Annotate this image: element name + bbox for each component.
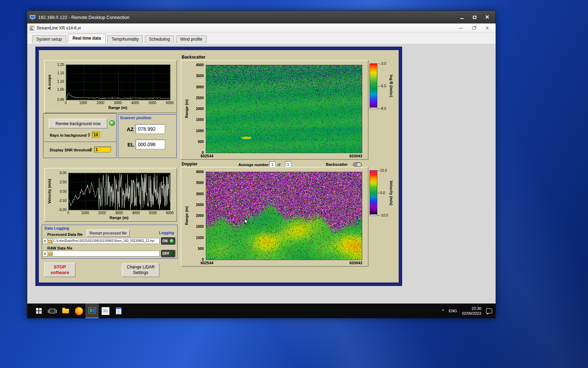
tab-temp-humidity[interactable]: Temp/humidity	[107, 35, 143, 43]
doppler-y-axis-label: Range (m)	[184, 172, 189, 259]
tab-scheduling[interactable]: Scheduling	[145, 35, 174, 43]
stop-line2: software	[50, 270, 69, 275]
processed-data-file-label: Processed Data file	[47, 232, 83, 237]
start-button[interactable]	[32, 304, 46, 318]
renew-background-led	[109, 120, 115, 126]
app-window-controls: — ✕	[457, 25, 493, 31]
average-number-label: Average number	[238, 163, 268, 167]
taskbar-clock[interactable]: 22:30 02/09/2023	[462, 306, 481, 316]
az-value-field[interactable]: 078.992	[135, 124, 165, 134]
tab-real-time-data[interactable]: Real time data	[68, 34, 105, 43]
el-value-field[interactable]: 000.096	[135, 139, 165, 149]
el-label: EL	[127, 142, 134, 148]
doppler-backscatter-toggle[interactable]	[353, 162, 362, 167]
task-view-button[interactable]	[46, 304, 59, 318]
folder-icon	[62, 309, 69, 313]
ascope-y-axis-label: A-scope	[47, 64, 52, 100]
app-restore-button[interactable]	[470, 25, 477, 31]
raw-path-control: C	[43, 251, 160, 257]
velocity-plot	[68, 173, 170, 210]
file-explorer-button[interactable]	[59, 304, 72, 318]
background-settings-box: Renew background now Rays in background …	[43, 113, 117, 158]
renew-background-button[interactable]: Renew background now	[49, 118, 107, 129]
tab-system-setup[interactable]: System setup	[32, 35, 66, 43]
backscatter-x-start-label: 602544	[201, 154, 214, 158]
backscatter-title: Backscatter	[182, 55, 205, 60]
clock-time: 22:30	[462, 306, 481, 311]
backscatter-x-end-label: 603043	[332, 154, 362, 158]
change-lidar-settings-button[interactable]: Change LiDAR Settings	[122, 263, 160, 277]
app-titlebar: StreamLine XR v14-6.vi — ✕	[27, 23, 496, 33]
stop-software-button[interactable]: STOP software	[44, 263, 76, 277]
rdp-window-title: 192.168.0.122 - Remote Desktop Connectio…	[38, 15, 130, 20]
backscatter-y-ticks: 40003500300025002000150010005000	[190, 65, 204, 152]
taskbar: Scansched ^ ENG 22:30 02/09/2023	[27, 304, 496, 318]
app-minimize-button[interactable]: —	[457, 25, 464, 31]
restore-icon	[472, 27, 476, 29]
backscatter-y-axis-label: Range (m)	[184, 65, 189, 152]
processed-path-type: C	[43, 238, 48, 244]
doppler-graph-group: Range (m) 400035003000250020001500100050…	[181, 167, 369, 267]
average-number-field[interactable]: 1	[269, 161, 275, 167]
ascope-x-ticks: 0100020003000400050006000	[66, 101, 170, 105]
toggle-off-label: OFF	[162, 252, 169, 255]
processed-path-field[interactable]: C:\Lidar\Data\Proc\2023\202309\20230902\…	[52, 238, 160, 244]
raw-browse-button[interactable]	[48, 251, 52, 257]
rdp-minimize-button[interactable]	[457, 14, 467, 21]
snr-spinner[interactable]	[90, 146, 93, 152]
app-window-title: StreamLine XR v14-6.vi	[36, 26, 81, 30]
tab-strip: System setup Real time data Temp/humidit…	[27, 33, 496, 43]
backscatter-canvas	[206, 65, 362, 153]
doppler-x-end-label: 603043	[332, 261, 362, 265]
average-total-field[interactable]: 1	[285, 161, 291, 167]
logging-on-led	[169, 239, 174, 243]
rdp-titlebar: 192.168.0.122 - Remote Desktop Connectio…	[27, 11, 495, 23]
doppler-y-ticks: 40003500300025002000150010005000	[190, 172, 204, 259]
tray-chevron[interactable]: ^	[442, 308, 444, 313]
processed-browse-button[interactable]	[48, 238, 52, 244]
rays-in-background-label: Rays in background	[50, 133, 86, 137]
rdp-maximize-button[interactable]	[469, 14, 480, 21]
language-indicator[interactable]: ENG	[449, 309, 457, 313]
firefox-button[interactable]	[72, 304, 85, 318]
raw-path-type: C	[43, 251, 48, 257]
mouse-cursor	[244, 218, 249, 227]
snr-value-field[interactable]: 1	[94, 146, 111, 152]
velocity-y-axis-label: Velocity (m/s)	[47, 173, 52, 210]
streamline-app-button[interactable]	[85, 304, 99, 318]
doppler-colorbar-label: Velocity (m/s)	[389, 170, 394, 215]
rays-spinner[interactable]	[88, 132, 91, 138]
processed-logging-toggle[interactable]: ON	[161, 237, 175, 245]
rays-value-field[interactable]: 10	[92, 132, 100, 138]
velocity-canvas	[69, 173, 170, 210]
backscatter-plot	[206, 65, 362, 153]
tab-wind-profile[interactable]: Wind profile	[176, 35, 206, 43]
restart-processed-file-button[interactable]: Restart processed file	[86, 229, 130, 237]
average-of-label: of	[277, 163, 280, 167]
notes-app-button[interactable]	[112, 304, 125, 318]
system-tray: ^ ENG 22:30 02/09/2023	[442, 306, 496, 316]
scanner-position-title: Scanner position	[120, 116, 151, 120]
stop-line1: STOP	[54, 264, 66, 270]
rdp-close-button[interactable]: ✕	[482, 14, 492, 21]
logging-off-led	[169, 251, 174, 256]
doppler-canvas	[206, 172, 362, 260]
raw-logging-toggle[interactable]: OFF	[161, 250, 175, 257]
raw-path-field[interactable]	[52, 251, 160, 257]
change-line2: Settings	[133, 270, 148, 276]
app-close-button[interactable]: ✕	[484, 25, 491, 31]
velocity-y-ticks: 5.002.500.00-2.50-5.00	[52, 173, 67, 210]
doppler-plot	[206, 172, 362, 260]
ascope-graph-group: A-scope 1.201.151.101.050.99 01000200030…	[44, 60, 177, 113]
main-panel-frame: A-scope 1.201.151.101.050.99 01000200030…	[35, 47, 402, 286]
ascope-y-ticks: 1.201.151.101.050.99	[52, 64, 65, 100]
action-center-icon[interactable]	[486, 308, 492, 313]
rdp-window-controls: ✕	[457, 14, 492, 21]
rdp-window: 192.168.0.122 - Remote Desktop Connectio…	[27, 11, 496, 318]
app-window-icon	[89, 308, 96, 313]
scanner-position-box: Scanner position AZ 078.992 EL 000.096	[118, 114, 177, 158]
minimize-icon	[460, 18, 464, 19]
main-panel: A-scope 1.201.151.101.050.99 01000200030…	[39, 50, 399, 282]
backscatter-colorbar-canvas	[370, 64, 377, 109]
scan-scheduler-button[interactable]: Scansched	[99, 304, 112, 318]
